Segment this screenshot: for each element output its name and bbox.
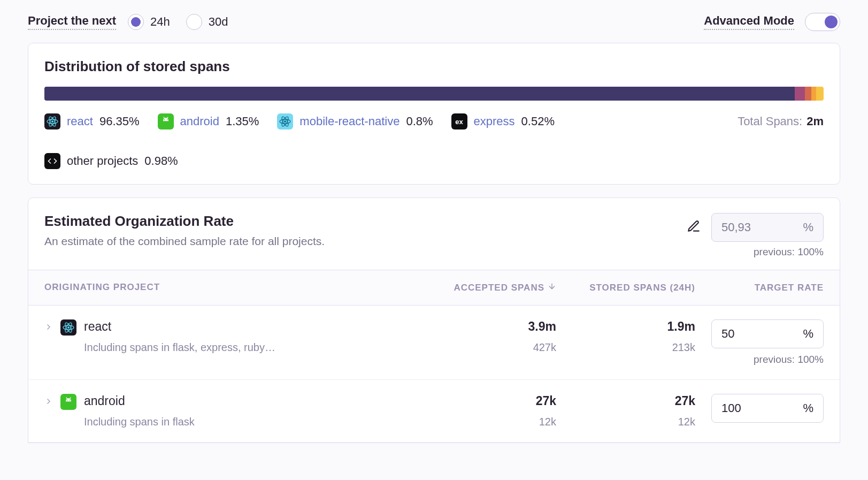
stored-sub: 213k: [556, 341, 695, 354]
project-name[interactable]: android: [84, 394, 195, 408]
legend-pct: 0.52%: [521, 115, 555, 128]
percent-symbol: %: [803, 327, 813, 341]
col-accepted[interactable]: ACCEPTED SPANS: [417, 282, 556, 293]
accepted-sub: 427k: [417, 341, 556, 354]
total-spans-value: 2m: [806, 115, 824, 128]
express-icon: ex: [451, 113, 467, 129]
stored-value: 27k: [556, 394, 695, 408]
table-row: androidIncluding spans in flask27k12k27k…: [28, 380, 840, 443]
distribution-segment: [795, 87, 805, 101]
legend-item[interactable]: exexpress0.52%: [451, 113, 555, 129]
total-spans: Total Spans:2m: [738, 115, 824, 128]
svg-line-20: [70, 398, 71, 399]
accepted-value: 27k: [417, 394, 556, 408]
rate-value: 50: [721, 327, 734, 341]
target-rate-input[interactable]: 100%: [711, 394, 824, 423]
project-cell: androidIncluding spans in flask: [44, 394, 417, 428]
legend-pct: 0.8%: [406, 115, 433, 128]
table-row: reactIncluding spans in flask, express, …: [28, 306, 840, 380]
svg-point-18: [70, 400, 71, 401]
accepted-cell: 27k12k: [417, 394, 556, 428]
time-range-group: 24h 30d: [128, 14, 228, 30]
total-spans-label: Total Spans:: [738, 115, 802, 128]
col-target: TARGET RATE: [695, 282, 824, 293]
radio-icon-selected: [128, 14, 144, 30]
distribution-bar: [44, 87, 824, 101]
legend-item[interactable]: mobile-react-native0.8%: [277, 113, 433, 129]
project-cell: reactIncluding spans in flask, express, …: [44, 319, 417, 354]
project-next-label: Project the next: [28, 14, 116, 30]
org-rate-text: Estimated Organization Rate An estimate …: [44, 213, 325, 248]
col-accepted-label: ACCEPTED SPANS: [454, 283, 544, 293]
advanced-mode-toggle[interactable]: [805, 13, 840, 31]
project-name[interactable]: react: [84, 319, 275, 334]
org-rate-display: 50,93 %: [711, 213, 824, 242]
rate-value: 100: [721, 401, 741, 415]
legend-name: react: [67, 115, 93, 128]
col-project: ORIGINATING PROJECT: [44, 282, 417, 293]
svg-point-0: [51, 120, 53, 123]
legend-item[interactable]: react96.35%: [44, 113, 140, 129]
org-rate-subtitle: An estimate of the combined sample rate …: [44, 235, 325, 248]
legend-pct: 96.35%: [99, 115, 140, 128]
project-subtext: Including spans in flask, express, ruby…: [84, 341, 275, 354]
org-rate-title: Estimated Organization Rate: [44, 213, 325, 230]
legend-name: express: [474, 115, 515, 128]
react-icon: [44, 113, 60, 129]
mobile-react-native-icon: [277, 113, 293, 129]
distribution-legend: react96.35%android1.35%mobile-react-nati…: [44, 113, 824, 169]
projects-table-header: ORIGINATING PROJECT ACCEPTED SPANS STORE…: [28, 270, 840, 306]
advanced-mode-group: Advanced Mode: [704, 13, 840, 31]
stored-cell: 1.9m213k: [556, 319, 695, 354]
time-range-24h-label: 24h: [150, 15, 170, 29]
rate-previous: previous: 100%: [754, 354, 824, 365]
svg-point-4: [164, 119, 165, 120]
projection-controls: Project the next 24h 30d: [28, 14, 228, 30]
edit-icon[interactable]: [687, 219, 701, 235]
legend-name: other projects: [67, 154, 138, 168]
stored-cell: 27k12k: [556, 394, 695, 428]
chevron-right-icon[interactable]: [44, 323, 53, 333]
time-range-30d-label: 30d: [209, 15, 228, 29]
percent-symbol: %: [803, 401, 813, 415]
radio-icon: [186, 14, 202, 30]
distribution-segment: [44, 87, 795, 101]
distribution-segment: [805, 87, 811, 101]
org-rate-header: Estimated Organization Rate An estimate …: [28, 198, 840, 270]
percent-symbol: %: [803, 220, 813, 234]
svg-point-8: [284, 120, 286, 123]
legend-pct: 0.98%: [144, 154, 178, 168]
svg-point-5: [166, 119, 167, 120]
distribution-card: Distribution of stored spans react96.35%…: [28, 43, 840, 185]
org-rate-value: 50,93: [721, 220, 751, 234]
android-icon: [158, 113, 174, 129]
distribution-segment: [811, 87, 816, 101]
react-icon: [60, 319, 76, 336]
target-rate-input[interactable]: 50%: [711, 319, 824, 348]
sort-down-icon: [548, 282, 556, 293]
time-range-24h[interactable]: 24h: [128, 14, 170, 30]
target-rate-cell: 50%previous: 100%: [695, 319, 824, 365]
project-subtext: Including spans in flask: [84, 416, 195, 428]
top-bar: Project the next 24h 30d Advanced Mode: [28, 13, 840, 31]
legend-item[interactable]: android1.35%: [158, 113, 259, 129]
legend-item: other projects0.98%: [44, 153, 178, 169]
accepted-cell: 3.9m427k: [417, 319, 556, 354]
org-rate-card: Estimated Organization Rate An estimate …: [28, 197, 840, 443]
svg-point-17: [67, 400, 68, 401]
distribution-title: Distribution of stored spans: [44, 58, 824, 75]
android-icon: [60, 394, 76, 410]
stored-sub: 12k: [556, 416, 695, 428]
svg-line-6: [163, 117, 164, 119]
stored-value: 1.9m: [556, 319, 695, 334]
accepted-value: 3.9m: [417, 319, 556, 334]
advanced-mode-label: Advanced Mode: [704, 14, 794, 30]
legend-name: mobile-react-native: [299, 115, 400, 128]
chevron-right-icon[interactable]: [44, 397, 53, 408]
org-rate-controls: 50,93 % previous: 100%: [687, 213, 824, 258]
col-stored[interactable]: STORED SPANS (24H): [556, 282, 695, 293]
time-range-30d[interactable]: 30d: [186, 14, 228, 30]
projects-table-body: reactIncluding spans in flask, express, …: [28, 306, 840, 443]
distribution-segment: [816, 87, 824, 101]
org-rate-control-row: 50,93 %: [687, 213, 824, 242]
